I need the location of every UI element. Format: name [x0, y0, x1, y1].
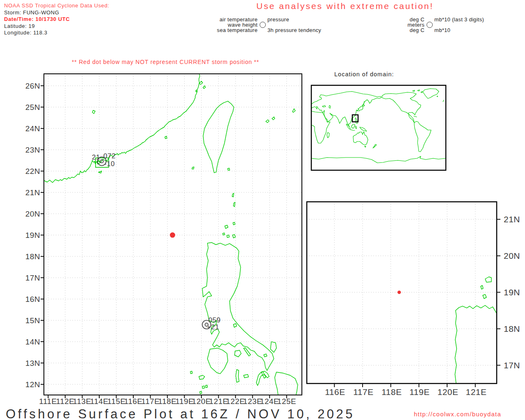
legend-sea-temp-label: sea temperature: [208, 27, 258, 33]
coastline-marinduque: [235, 350, 241, 357]
main-y-tick-label: 25N: [21, 103, 40, 112]
detail-map-ticks: [334, 219, 500, 387]
main-y-tick-label: 14N: [21, 338, 40, 347]
coastline-japan-korea: [358, 101, 365, 111]
coastline-eurasia: [311, 91, 381, 127]
coastline-babuyan-detail: [481, 277, 491, 299]
main-x-tick-label: 125E: [277, 397, 297, 406]
coastline-south-america: [414, 121, 431, 152]
world-inset-svg: [310, 84, 447, 171]
detail-map-coastlines: [455, 277, 497, 383]
storm-info-source: NOAA SSD Tropical Cyclone Data Used:: [4, 2, 109, 9]
storm-info-longitude: Longitude: 118.3: [4, 30, 109, 37]
source-url-link[interactable]: http://coolwx.com/buoydata: [414, 411, 501, 418]
coastline-new-zealand: [373, 144, 377, 148]
coastline-burias-ticao: [244, 348, 266, 378]
storm-position-dot: [170, 233, 175, 238]
station-circle-icon: [260, 22, 266, 28]
coastline-calamian: [190, 371, 208, 394]
storm-info-name: Storm: FUNG-WONG: [4, 9, 109, 16]
main-y-tick-label: 16N: [21, 295, 40, 304]
main-y-tick-label: 15N: [21, 316, 40, 325]
detail-y-tick-label: 19N: [504, 288, 520, 297]
storm-position-dot-detail: [397, 290, 401, 294]
coastline-madagascar: [327, 132, 329, 138]
main-y-tick-label: 22N: [21, 167, 40, 176]
detail-y-tick-label: 17N: [504, 361, 520, 370]
detail-map-grid: [307, 202, 497, 383]
main-x-tick-label: 118E: [158, 397, 177, 406]
storm-info-block: NOAA SSD Tropical Cyclone Data Used: Sto…: [4, 2, 109, 37]
world-coastlines: [311, 89, 445, 163]
station-circle-icon: [427, 22, 433, 28]
main-x-tick-label: 116E: [123, 397, 143, 406]
main-y-tick-label: 18N: [21, 252, 40, 261]
main-x-tick-label: 114E: [89, 397, 109, 406]
main-x-tick-label: 111E: [38, 397, 58, 406]
storm-info-latitude: Latitude: 19: [4, 23, 109, 30]
main-y-tick-label: 24N: [21, 124, 40, 133]
legend-tendency-unit: mb*10: [434, 27, 484, 33]
main-x-tick-label: 113E: [72, 397, 92, 406]
legend-sea-temp-unit: deg C: [404, 27, 425, 33]
page-title: Offshore Surface Plot at 16Z / NOV 10, 2…: [6, 407, 355, 420]
caution-headline: Use analyses with extreme caution!: [256, 1, 434, 11]
legend-tendency-label: 3h pressure tendency: [267, 27, 321, 33]
main-y-tick-label: 19N: [21, 231, 40, 240]
detail-x-tick-label: 119E: [407, 387, 432, 397]
coastline-masbate: [256, 371, 269, 386]
coastline-uk-iceland: [437, 96, 444, 102]
detail-y-tick-label: 20N: [504, 251, 520, 261]
main-y-tick-label: 12N: [21, 380, 40, 389]
legend-pressure-unit: mb*10 (last 3 digits): [434, 17, 484, 22]
coastline-antarctica: [311, 156, 445, 163]
coastline-luzon-detail: [455, 306, 497, 384]
coastline-tablas-romblon: [236, 370, 249, 382]
inland-seas: [322, 105, 331, 108]
station-air-temp: 21: [92, 153, 100, 162]
main-map-ticks: [41, 86, 287, 398]
main-x-tick-label: 124E: [260, 397, 279, 406]
main-y-tick-label: 23N: [21, 146, 40, 155]
offshore-surface-plot-page: NOAA SSD Tropical Cyclone Data Used: Sto…: [0, 0, 525, 420]
main-y-tick-label: 21N: [21, 188, 40, 197]
coastline-mindoro: [208, 348, 228, 374]
main-x-tick-label: 120E: [192, 397, 211, 406]
detail-map-svg: [306, 201, 502, 394]
main-y-tick-label: 20N: [21, 210, 40, 219]
station-legend-labels-right: pressure 3h pressure tendency: [267, 17, 321, 33]
station-tendency: +21: [207, 323, 219, 331]
coastline-africa: [311, 111, 330, 143]
coastline-hongkong-islands: [92, 110, 167, 173]
coastline-greenland: [413, 89, 439, 98]
coastline-penghu-lanyu: [192, 167, 230, 170]
inset-map-title: Location of domain:: [334, 71, 394, 78]
detail-y-tick-label: 18N: [504, 324, 520, 334]
coastline-ryukyu-islands: [266, 109, 295, 123]
detail-x-tick-label: 121E: [464, 387, 488, 397]
legend-pressure-label: pressure: [267, 17, 321, 22]
storm-dot-warning: ** Red dot below may NOT represent CURRE…: [72, 59, 259, 65]
coastline-luzon: [202, 242, 274, 370]
detail-x-tick-label: 116E: [323, 387, 347, 397]
coastline-china: [44, 74, 200, 183]
coastline-fujian-islets: [196, 81, 205, 92]
main-x-tick-label: 122E: [226, 397, 245, 406]
coastline-batanes-babuyan: [223, 193, 235, 238]
coastline-australia: [353, 132, 368, 147]
coastline-north-america: [382, 92, 421, 123]
main-y-tick-label: 26N: [21, 82, 40, 91]
detail-x-tick-label: 120E: [436, 387, 460, 397]
station-legend-labels-left: air temperature wave height sea temperat…: [208, 17, 258, 33]
detail-y-tick-label: 21N: [504, 215, 520, 224]
main-y-tick-label: 13N: [21, 359, 40, 368]
detail-x-tick-label: 118E: [379, 387, 404, 397]
main-map-svg: [39, 69, 310, 402]
station-legend-units-left: deg C meters deg C: [404, 17, 425, 33]
detail-map-border: [307, 202, 497, 383]
coastline-samar: [275, 372, 298, 395]
storm-info-datetime: Date/Time: 10/1730 UTC: [4, 16, 109, 23]
station-legend-units-right: mb*10 (last 3 digits) mb*10: [434, 17, 484, 33]
main-y-tick-label: 17N: [21, 274, 40, 283]
station-pressure: 072: [103, 152, 116, 160]
